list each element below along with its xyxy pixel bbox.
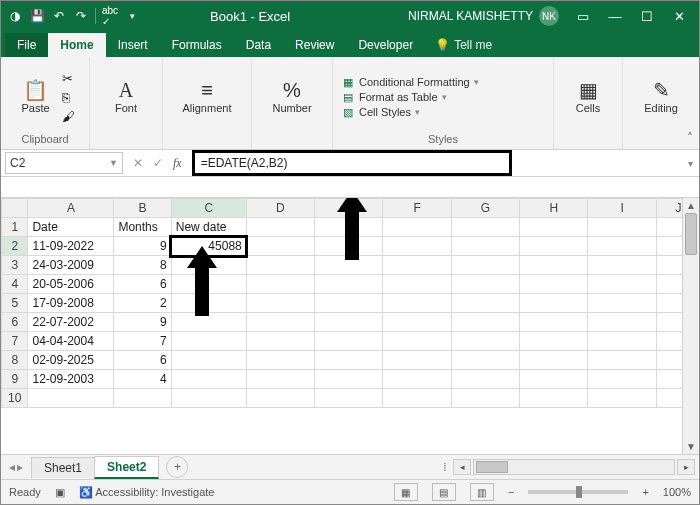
cell[interactable] [520,218,588,237]
cell[interactable] [451,313,519,332]
scroll-thumb[interactable] [685,213,697,255]
paste-button[interactable]: 📋 Paste [16,80,56,114]
cell[interactable] [246,218,314,237]
autosave-icon[interactable]: ◑ [7,8,23,24]
row-header[interactable]: 2 [2,237,28,256]
cell[interactable] [315,389,383,408]
column-header[interactable]: A [28,199,114,218]
cell[interactable] [246,256,314,275]
macro-record-icon[interactable]: ▣ [55,486,65,499]
cell[interactable] [246,370,314,389]
format-as-table-button[interactable]: ▤ Format as Table▾ [341,91,479,104]
scroll-down-icon[interactable]: ▼ [686,441,696,452]
cell[interactable] [520,256,588,275]
hscroll-left-icon[interactable]: ◂ [453,459,471,475]
cell[interactable]: 11-09-2022 [28,237,114,256]
cell[interactable]: 45088 [171,237,246,256]
cell[interactable]: 9 [114,237,171,256]
tab-developer[interactable]: Developer [346,33,425,57]
maximize-button[interactable]: ☐ [633,6,661,26]
cell[interactable] [28,389,114,408]
cell[interactable]: 6 [114,351,171,370]
cell[interactable] [383,275,451,294]
cell[interactable] [171,256,246,275]
row-header[interactable]: 1 [2,218,28,237]
cell[interactable] [315,294,383,313]
cell[interactable]: 17-09-2008 [28,294,114,313]
cell[interactable] [383,351,451,370]
cell[interactable] [520,313,588,332]
cell[interactable] [588,351,656,370]
cell[interactable] [451,237,519,256]
cell[interactable] [171,370,246,389]
cell[interactable] [520,237,588,256]
cell[interactable] [588,313,656,332]
normal-view-icon[interactable]: ▦ [394,483,418,501]
horizontal-scrollbar[interactable] [473,459,675,475]
cell[interactable] [451,275,519,294]
cell[interactable]: 6 [114,275,171,294]
cell[interactable]: 20-05-2006 [28,275,114,294]
cell[interactable]: 22-07-2002 [28,313,114,332]
cell[interactable]: 04-04-2004 [28,332,114,351]
row-header[interactable]: 5 [2,294,28,313]
format-painter-icon[interactable]: 🖌 [62,109,75,124]
chevron-down-icon[interactable]: ▼ [109,158,118,168]
column-header[interactable]: E [315,199,383,218]
cancel-formula-icon[interactable]: ✕ [133,156,143,170]
cell[interactable] [383,256,451,275]
zoom-slider[interactable] [528,490,628,494]
cell[interactable] [451,370,519,389]
cell[interactable] [451,332,519,351]
cell[interactable] [383,294,451,313]
row-header[interactable]: 9 [2,370,28,389]
vertical-scrollbar[interactable]: ▲ ▼ [682,198,699,454]
cell[interactable] [171,389,246,408]
cell[interactable] [246,389,314,408]
scroll-up-icon[interactable]: ▲ [686,200,696,211]
column-header[interactable]: H [520,199,588,218]
page-break-view-icon[interactable]: ▥ [470,483,494,501]
cell[interactable] [588,237,656,256]
cell[interactable]: 02-09-2025 [28,351,114,370]
column-header[interactable]: F [383,199,451,218]
zoom-in-icon[interactable]: + [642,486,648,498]
collapse-ribbon-icon[interactable]: ˄ [687,131,693,145]
cell[interactable] [114,389,171,408]
cell[interactable] [451,351,519,370]
cell[interactable] [246,313,314,332]
column-header[interactable]: D [246,199,314,218]
cell[interactable]: 9 [114,313,171,332]
sheet-tab-sheet2[interactable]: Sheet2 [94,456,159,479]
add-sheet-button[interactable]: + [166,456,188,478]
spellcheck-icon[interactable]: abc✓ [102,8,118,24]
column-header[interactable]: C [171,199,246,218]
cell[interactable] [588,370,656,389]
worksheet-grid[interactable]: ABCDEFGHIJ1DateMonthsNew date211-09-2022… [1,198,699,454]
save-icon[interactable]: 💾 [29,8,45,24]
row-header[interactable]: 6 [2,313,28,332]
tab-data[interactable]: Data [234,33,283,57]
cell[interactable] [246,237,314,256]
cell[interactable] [383,332,451,351]
copy-icon[interactable]: ⎘ [62,90,75,105]
cell[interactable]: Date [28,218,114,237]
cell[interactable] [451,389,519,408]
close-button[interactable]: ✕ [665,6,693,26]
cell[interactable] [171,313,246,332]
cell[interactable] [383,389,451,408]
cell[interactable] [520,332,588,351]
cell[interactable] [315,256,383,275]
column-header[interactable]: I [588,199,656,218]
row-header[interactable]: 8 [2,351,28,370]
cell[interactable] [171,294,246,313]
cell[interactable] [171,332,246,351]
cell[interactable] [315,218,383,237]
font-button[interactable]: A Font [106,80,146,114]
cell[interactable] [246,294,314,313]
cell[interactable] [383,313,451,332]
row-header[interactable]: 4 [2,275,28,294]
row-header[interactable]: 3 [2,256,28,275]
cell[interactable] [315,332,383,351]
tab-home[interactable]: Home [48,33,105,57]
